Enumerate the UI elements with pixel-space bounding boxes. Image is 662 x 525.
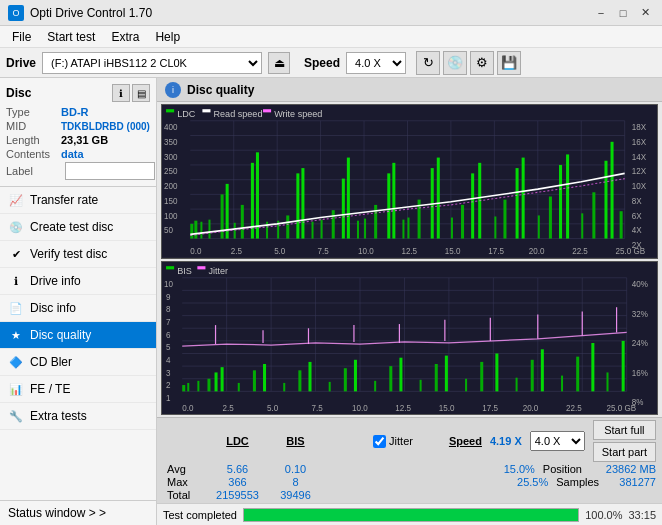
svg-text:10: 10 — [164, 280, 173, 289]
titlebar-left: O Opti Drive Control 1.70 — [8, 5, 152, 21]
svg-rect-73 — [451, 218, 453, 239]
stats-position-label: Position — [543, 463, 598, 475]
svg-text:16%: 16% — [632, 368, 649, 377]
nav-drive-info[interactable]: ℹ Drive info — [0, 268, 156, 295]
stats-data-row2: Max 366 8 25.5% Samples 381277 — [163, 476, 656, 488]
disc-label-label: Label — [6, 165, 61, 177]
jitter-checkbox[interactable] — [373, 435, 386, 448]
chart2-svg: BIS Jitter 10 9 8 7 6 5 4 3 2 1 40% 3 — [162, 262, 657, 415]
disc-title: Disc — [6, 86, 31, 100]
svg-text:5.0: 5.0 — [274, 247, 286, 256]
nav-cd-bler[interactable]: 🔷 CD Bler — [0, 349, 156, 376]
svg-rect-143 — [197, 380, 199, 391]
svg-rect-152 — [308, 361, 311, 390]
disc-panel: Disc ℹ ▤ Type BD-R MID TDKBLDRBD (000) L… — [0, 78, 156, 187]
disc-quality-icon: ★ — [8, 327, 24, 343]
svg-rect-46 — [208, 220, 210, 239]
nav-disc-info[interactable]: 📄 Disc info — [0, 295, 156, 322]
minimize-button[interactable]: − — [592, 4, 610, 22]
svg-rect-161 — [445, 355, 448, 391]
stats-total-label: Total — [167, 489, 202, 501]
close-button[interactable]: ✕ — [636, 4, 654, 22]
svg-text:250: 250 — [164, 167, 178, 176]
menu-file[interactable]: File — [4, 28, 39, 46]
disc-length-value: 23,31 GB — [61, 134, 108, 146]
nav-extra-tests[interactable]: 🔧 Extra tests — [0, 403, 156, 430]
create-test-disc-icon: 💿 — [8, 219, 24, 235]
eject-button[interactable]: ⏏ — [268, 52, 290, 74]
svg-rect-88 — [611, 142, 614, 239]
nav-disc-quality[interactable]: ★ Disc quality — [0, 322, 156, 349]
svg-text:24%: 24% — [632, 338, 649, 347]
svg-rect-168 — [561, 375, 563, 391]
disc-settings-icon[interactable]: ▤ — [132, 84, 150, 102]
svg-rect-1 — [166, 109, 174, 112]
save-icon[interactable]: 💾 — [497, 51, 521, 75]
disc-label-input[interactable] — [65, 162, 155, 180]
svg-rect-60 — [332, 210, 335, 238]
status-window-button[interactable]: Status window > > — [0, 500, 156, 525]
stats-avg-label: Avg — [167, 463, 202, 475]
svg-text:0.0: 0.0 — [182, 404, 194, 413]
stats-max-ldc: 366 — [210, 476, 265, 488]
stats-speed-header: Speed — [449, 435, 482, 447]
svg-text:LDC: LDC — [177, 108, 195, 118]
nav-create-test-disc[interactable]: 💿 Create test disc — [0, 214, 156, 241]
svg-rect-50 — [241, 205, 244, 239]
progress-time: 33:15 — [628, 509, 656, 521]
svg-text:10X: 10X — [632, 182, 647, 191]
svg-text:15.0: 15.0 — [445, 247, 461, 256]
nav-transfer-rate[interactable]: 📈 Transfer rate — [0, 187, 156, 214]
start-part-button[interactable]: Start part — [593, 442, 656, 462]
svg-text:17.5: 17.5 — [488, 247, 504, 256]
progress-bar-inner — [244, 509, 578, 521]
stats-speed-select[interactable]: 4.0 X — [530, 431, 585, 451]
chart2-container: BIS Jitter 10 9 8 7 6 5 4 3 2 1 40% 3 — [161, 261, 658, 416]
svg-rect-68 — [402, 220, 404, 239]
menu-start-test[interactable]: Start test — [39, 28, 103, 46]
svg-rect-58 — [312, 222, 314, 239]
svg-rect-69 — [407, 218, 409, 239]
stats-samples-label: Samples — [556, 476, 611, 488]
svg-text:7.5: 7.5 — [318, 247, 330, 256]
svg-text:1: 1 — [166, 393, 171, 402]
svg-text:7: 7 — [166, 317, 171, 326]
svg-rect-81 — [538, 215, 540, 238]
svg-rect-149 — [263, 364, 266, 391]
titlebar: O Opti Drive Control 1.70 − □ ✕ — [0, 0, 662, 26]
svg-rect-59 — [321, 220, 323, 239]
disc-icon[interactable]: 💿 — [443, 51, 467, 75]
svg-rect-72 — [437, 158, 440, 239]
svg-text:10.0: 10.0 — [358, 247, 374, 256]
stats-header-row: LDC BIS Jitter Speed 4.19 X 4.0 X Start … — [163, 420, 656, 462]
menu-help[interactable]: Help — [147, 28, 188, 46]
speed-select[interactable]: 4.0 X — [346, 52, 406, 74]
drive-select[interactable]: (F:) ATAPI iHBS112 2 CL0K — [42, 52, 262, 74]
menubar: File Start test Extra Help — [0, 26, 662, 48]
nav-fe-te[interactable]: 📊 FE / TE — [0, 376, 156, 403]
disc-contents-row: Contents data — [6, 148, 150, 160]
maximize-button[interactable]: □ — [614, 4, 632, 22]
svg-text:50: 50 — [164, 226, 173, 235]
disc-info-icon[interactable]: ℹ — [112, 84, 130, 102]
svg-text:0.0: 0.0 — [190, 247, 202, 256]
status-window-label: Status window > > — [8, 506, 106, 520]
dq-icon: i — [165, 82, 181, 98]
settings-icon[interactable]: ⚙ — [470, 51, 494, 75]
progress-percent: 100.0% — [585, 509, 622, 521]
svg-text:16X: 16X — [632, 138, 647, 147]
nav-verify-test-disc[interactable]: ✔ Verify test disc — [0, 241, 156, 268]
start-full-button[interactable]: Start full — [593, 420, 656, 440]
disc-header: Disc ℹ ▤ — [6, 84, 150, 102]
svg-rect-104 — [197, 266, 205, 269]
svg-rect-165 — [516, 377, 518, 391]
svg-text:25.0 GB: 25.0 GB — [606, 404, 636, 413]
refresh-icon[interactable]: ↻ — [416, 51, 440, 75]
menu-extra[interactable]: Extra — [103, 28, 147, 46]
svg-text:25.0 GB: 25.0 GB — [616, 247, 646, 256]
stats-data-row3: Total 2159553 39496 — [163, 489, 656, 501]
stats-data-row1: Avg 5.66 0.10 15.0% Position 23862 MB — [163, 463, 656, 475]
titlebar-controls: − □ ✕ — [592, 4, 654, 22]
svg-text:22.5: 22.5 — [566, 404, 582, 413]
drive-toolbar-icons: ↻ 💿 ⚙ 💾 — [416, 51, 521, 75]
